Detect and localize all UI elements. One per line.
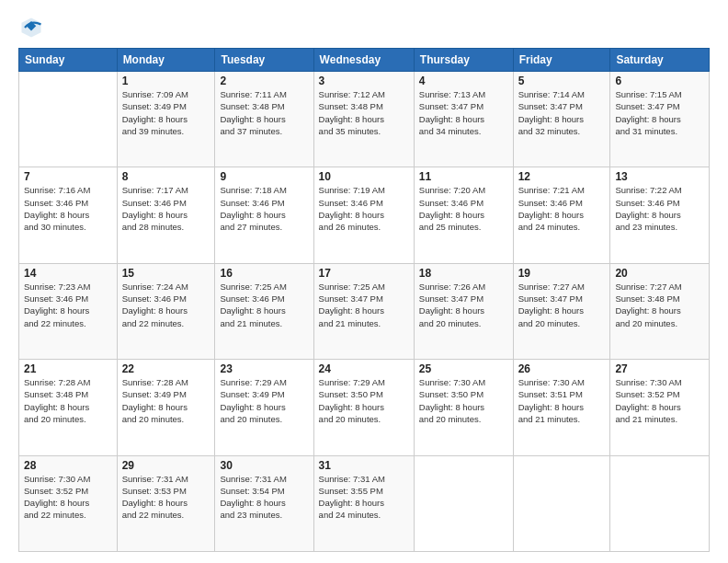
calendar-week-row: 7Sunrise: 7:16 AM Sunset: 3:46 PM Daylig… bbox=[19, 167, 710, 263]
calendar-cell: 22Sunrise: 7:28 AM Sunset: 3:49 PM Dayli… bbox=[117, 360, 215, 455]
weekday-header-monday: Monday bbox=[117, 49, 215, 72]
calendar-cell: 15Sunrise: 7:24 AM Sunset: 3:46 PM Dayli… bbox=[117, 263, 215, 359]
calendar-cell bbox=[19, 72, 118, 167]
day-number: 6 bbox=[615, 75, 704, 87]
day-info: Sunrise: 7:25 AM Sunset: 3:47 PM Dayligh… bbox=[319, 281, 409, 329]
day-info: Sunrise: 7:28 AM Sunset: 3:49 PM Dayligh… bbox=[122, 376, 210, 425]
day-number: 18 bbox=[419, 267, 508, 280]
day-info: Sunrise: 7:31 AM Sunset: 3:53 PM Dayligh… bbox=[122, 473, 210, 522]
weekday-header-row: SundayMondayTuesdayWednesdayThursdayFrid… bbox=[19, 49, 710, 72]
calendar-cell: 5Sunrise: 7:14 AM Sunset: 3:47 PM Daylig… bbox=[513, 72, 610, 167]
day-number: 25 bbox=[419, 362, 508, 375]
day-number: 23 bbox=[220, 362, 308, 375]
day-info: Sunrise: 7:27 AM Sunset: 3:47 PM Dayligh… bbox=[518, 281, 606, 329]
day-number: 3 bbox=[319, 75, 409, 87]
calendar-cell bbox=[610, 455, 710, 551]
day-number: 30 bbox=[220, 459, 308, 472]
day-info: Sunrise: 7:18 AM Sunset: 3:46 PM Dayligh… bbox=[220, 184, 308, 233]
calendar-week-row: 21Sunrise: 7:28 AM Sunset: 3:48 PM Dayli… bbox=[19, 360, 710, 455]
weekday-header-saturday: Saturday bbox=[610, 49, 710, 72]
calendar-cell: 28Sunrise: 7:30 AM Sunset: 3:52 PM Dayli… bbox=[19, 455, 118, 551]
day-info: Sunrise: 7:16 AM Sunset: 3:46 PM Dayligh… bbox=[24, 184, 112, 233]
weekday-header-thursday: Thursday bbox=[414, 49, 513, 72]
calendar-cell: 17Sunrise: 7:25 AM Sunset: 3:47 PM Dayli… bbox=[313, 263, 414, 359]
calendar-cell: 19Sunrise: 7:27 AM Sunset: 3:47 PM Dayli… bbox=[513, 263, 610, 359]
day-info: Sunrise: 7:30 AM Sunset: 3:51 PM Dayligh… bbox=[518, 376, 606, 425]
logo-icon bbox=[18, 15, 44, 40]
calendar-week-row: 1Sunrise: 7:09 AM Sunset: 3:49 PM Daylig… bbox=[19, 72, 710, 167]
calendar-cell: 21Sunrise: 7:28 AM Sunset: 3:48 PM Dayli… bbox=[19, 360, 118, 455]
calendar-cell: 2Sunrise: 7:11 AM Sunset: 3:48 PM Daylig… bbox=[215, 72, 313, 167]
day-info: Sunrise: 7:15 AM Sunset: 3:47 PM Dayligh… bbox=[615, 88, 704, 137]
calendar-cell: 10Sunrise: 7:19 AM Sunset: 3:46 PM Dayli… bbox=[313, 167, 414, 263]
logo bbox=[18, 15, 48, 40]
day-info: Sunrise: 7:13 AM Sunset: 3:47 PM Dayligh… bbox=[419, 88, 508, 137]
calendar-week-row: 14Sunrise: 7:23 AM Sunset: 3:46 PM Dayli… bbox=[19, 263, 710, 359]
calendar-cell: 8Sunrise: 7:17 AM Sunset: 3:46 PM Daylig… bbox=[117, 167, 215, 263]
day-info: Sunrise: 7:14 AM Sunset: 3:47 PM Dayligh… bbox=[518, 88, 606, 137]
day-number: 17 bbox=[319, 267, 409, 280]
weekday-header-tuesday: Tuesday bbox=[215, 49, 313, 72]
day-info: Sunrise: 7:29 AM Sunset: 3:49 PM Dayligh… bbox=[220, 376, 308, 425]
day-number: 5 bbox=[518, 75, 606, 87]
day-number: 16 bbox=[220, 267, 308, 280]
calendar-cell: 9Sunrise: 7:18 AM Sunset: 3:46 PM Daylig… bbox=[215, 167, 313, 263]
day-number: 27 bbox=[615, 362, 704, 375]
day-info: Sunrise: 7:30 AM Sunset: 3:52 PM Dayligh… bbox=[24, 473, 112, 522]
day-number: 9 bbox=[220, 170, 308, 183]
day-number: 1 bbox=[122, 75, 210, 87]
calendar-cell: 16Sunrise: 7:25 AM Sunset: 3:46 PM Dayli… bbox=[215, 263, 313, 359]
calendar-week-row: 28Sunrise: 7:30 AM Sunset: 3:52 PM Dayli… bbox=[19, 455, 710, 551]
day-info: Sunrise: 7:20 AM Sunset: 3:46 PM Dayligh… bbox=[419, 184, 508, 233]
calendar-cell: 7Sunrise: 7:16 AM Sunset: 3:46 PM Daylig… bbox=[19, 167, 118, 263]
day-number: 22 bbox=[122, 362, 210, 375]
calendar-cell: 29Sunrise: 7:31 AM Sunset: 3:53 PM Dayli… bbox=[117, 455, 215, 551]
day-number: 12 bbox=[518, 170, 606, 183]
day-number: 29 bbox=[122, 459, 210, 472]
calendar-cell: 3Sunrise: 7:12 AM Sunset: 3:48 PM Daylig… bbox=[313, 72, 414, 167]
calendar-cell: 23Sunrise: 7:29 AM Sunset: 3:49 PM Dayli… bbox=[215, 360, 313, 455]
day-info: Sunrise: 7:30 AM Sunset: 3:50 PM Dayligh… bbox=[419, 376, 508, 425]
header bbox=[18, 15, 710, 40]
calendar-cell: 13Sunrise: 7:22 AM Sunset: 3:46 PM Dayli… bbox=[610, 167, 710, 263]
day-info: Sunrise: 7:24 AM Sunset: 3:46 PM Dayligh… bbox=[122, 281, 210, 329]
day-info: Sunrise: 7:29 AM Sunset: 3:50 PM Dayligh… bbox=[319, 376, 409, 425]
calendar-cell: 4Sunrise: 7:13 AM Sunset: 3:47 PM Daylig… bbox=[414, 72, 513, 167]
day-number: 28 bbox=[24, 459, 112, 472]
calendar-cell: 27Sunrise: 7:30 AM Sunset: 3:52 PM Dayli… bbox=[610, 360, 710, 455]
day-info: Sunrise: 7:21 AM Sunset: 3:46 PM Dayligh… bbox=[518, 184, 606, 233]
day-number: 15 bbox=[122, 267, 210, 280]
day-info: Sunrise: 7:11 AM Sunset: 3:48 PM Dayligh… bbox=[220, 88, 308, 137]
day-info: Sunrise: 7:30 AM Sunset: 3:52 PM Dayligh… bbox=[615, 376, 704, 425]
day-number: 24 bbox=[319, 362, 409, 375]
day-info: Sunrise: 7:09 AM Sunset: 3:49 PM Dayligh… bbox=[122, 88, 210, 137]
day-info: Sunrise: 7:25 AM Sunset: 3:46 PM Dayligh… bbox=[220, 281, 308, 329]
calendar-cell: 20Sunrise: 7:27 AM Sunset: 3:48 PM Dayli… bbox=[610, 263, 710, 359]
calendar-cell: 18Sunrise: 7:26 AM Sunset: 3:47 PM Dayli… bbox=[414, 263, 513, 359]
weekday-header-friday: Friday bbox=[513, 49, 610, 72]
day-number: 20 bbox=[615, 267, 704, 280]
day-number: 21 bbox=[24, 362, 112, 375]
day-info: Sunrise: 7:26 AM Sunset: 3:47 PM Dayligh… bbox=[419, 281, 508, 329]
day-info: Sunrise: 7:23 AM Sunset: 3:46 PM Dayligh… bbox=[24, 281, 112, 329]
day-info: Sunrise: 7:28 AM Sunset: 3:48 PM Dayligh… bbox=[24, 376, 112, 425]
day-number: 10 bbox=[319, 170, 409, 183]
calendar-table: SundayMondayTuesdayWednesdayThursdayFrid… bbox=[18, 48, 710, 552]
calendar-cell: 25Sunrise: 7:30 AM Sunset: 3:50 PM Dayli… bbox=[414, 360, 513, 455]
calendar-cell: 11Sunrise: 7:20 AM Sunset: 3:46 PM Dayli… bbox=[414, 167, 513, 263]
calendar-cell: 14Sunrise: 7:23 AM Sunset: 3:46 PM Dayli… bbox=[19, 263, 118, 359]
day-number: 8 bbox=[122, 170, 210, 183]
day-info: Sunrise: 7:19 AM Sunset: 3:46 PM Dayligh… bbox=[319, 184, 409, 233]
calendar-cell: 12Sunrise: 7:21 AM Sunset: 3:46 PM Dayli… bbox=[513, 167, 610, 263]
day-number: 31 bbox=[319, 459, 409, 472]
day-info: Sunrise: 7:22 AM Sunset: 3:46 PM Dayligh… bbox=[615, 184, 704, 233]
calendar-cell: 24Sunrise: 7:29 AM Sunset: 3:50 PM Dayli… bbox=[313, 360, 414, 455]
calendar-cell: 6Sunrise: 7:15 AM Sunset: 3:47 PM Daylig… bbox=[610, 72, 710, 167]
calendar-cell: 31Sunrise: 7:31 AM Sunset: 3:55 PM Dayli… bbox=[313, 455, 414, 551]
page: SundayMondayTuesdayWednesdayThursdayFrid… bbox=[0, 0, 728, 563]
day-info: Sunrise: 7:17 AM Sunset: 3:46 PM Dayligh… bbox=[122, 184, 210, 233]
day-info: Sunrise: 7:31 AM Sunset: 3:55 PM Dayligh… bbox=[319, 473, 409, 522]
day-number: 2 bbox=[220, 75, 308, 87]
calendar-cell: 1Sunrise: 7:09 AM Sunset: 3:49 PM Daylig… bbox=[117, 72, 215, 167]
day-number: 13 bbox=[615, 170, 704, 183]
